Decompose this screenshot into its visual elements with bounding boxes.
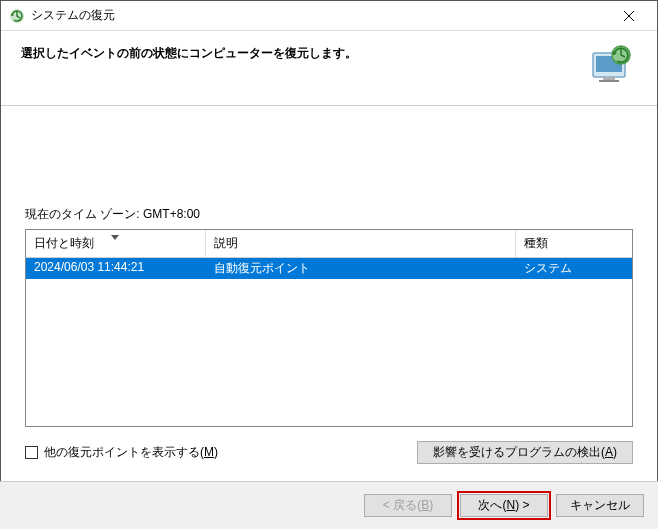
cell-type: システム	[516, 258, 632, 279]
table-row[interactable]: 2024/06/03 11:44:21 自動復元ポイント システム	[26, 258, 632, 279]
titlebar: システムの復元	[1, 1, 657, 31]
cancel-button[interactable]: キャンセル	[556, 494, 644, 517]
below-table-row: 他の復元ポイントを表示する(M) 影響を受けるプログラムの検出(A)	[25, 441, 633, 464]
header-text: 選択したイベントの前の状態にコンピューターを復元します。	[21, 43, 587, 62]
header: 選択したイベントの前の状態にコンピューターを復元します。	[1, 31, 657, 106]
footer: < 戻る(B) 次へ(N) > キャンセル	[0, 481, 658, 529]
column-type[interactable]: 種類	[516, 230, 632, 257]
next-button[interactable]: 次へ(N) >	[460, 494, 548, 517]
show-more-checkbox-wrap[interactable]: 他の復元ポイントを表示する(M)	[25, 444, 218, 461]
restore-monitor-icon	[587, 43, 633, 89]
window-title: システムの復元	[31, 7, 609, 24]
column-datetime-label: 日付と時刻	[34, 236, 94, 250]
svg-rect-3	[603, 77, 615, 80]
column-datetime[interactable]: 日付と時刻	[26, 230, 206, 257]
column-description[interactable]: 説明	[206, 230, 516, 257]
content-area: 現在のタイム ゾーン: GMT+8:00 日付と時刻 説明 種類 2024/06…	[1, 106, 657, 464]
timezone-label: 現在のタイム ゾーン: GMT+8:00	[25, 206, 633, 223]
table-header: 日付と時刻 説明 種類	[26, 230, 632, 258]
system-restore-icon	[9, 8, 25, 24]
cell-datetime: 2024/06/03 11:44:21	[26, 258, 206, 279]
column-description-label: 説明	[214, 236, 238, 250]
close-button[interactable]	[609, 2, 649, 30]
detect-programs-button[interactable]: 影響を受けるプログラムの検出(A)	[417, 441, 633, 464]
back-button[interactable]: < 戻る(B)	[364, 494, 452, 517]
column-type-label: 種類	[524, 236, 548, 250]
show-more-checkbox[interactable]	[25, 446, 38, 459]
cell-description: 自動復元ポイント	[206, 258, 516, 279]
show-more-label: 他の復元ポイントを表示する(M)	[44, 444, 218, 461]
svg-rect-4	[599, 80, 619, 82]
sort-indicator-icon	[111, 229, 119, 243]
restore-points-table: 日付と時刻 説明 種類 2024/06/03 11:44:21 自動復元ポイント…	[25, 229, 633, 427]
